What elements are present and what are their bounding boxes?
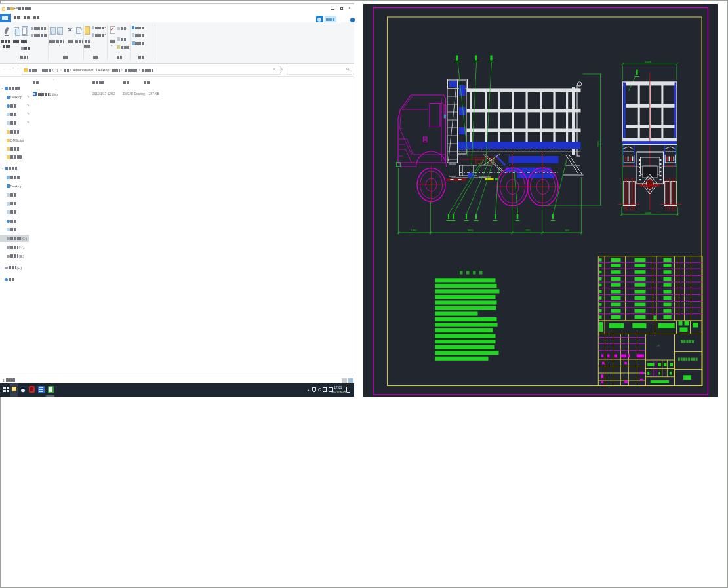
svg-text:1:8: 1:8 xyxy=(656,345,659,347)
svg-text:950: 950 xyxy=(565,229,569,232)
svg-text:2436: 2436 xyxy=(645,211,651,214)
svg-text:1350: 1350 xyxy=(524,229,531,232)
svg-text:2448: 2448 xyxy=(645,60,651,64)
svg-text:1460: 1460 xyxy=(411,229,417,232)
svg-text:3950: 3950 xyxy=(467,229,474,232)
svg-text:3280: 3280 xyxy=(597,140,600,147)
